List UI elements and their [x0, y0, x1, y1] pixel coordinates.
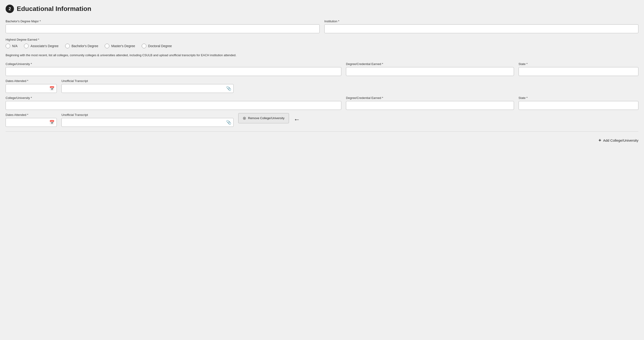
radio-option-na[interactable]: N/A: [6, 44, 18, 48]
radio-associates[interactable]: [24, 44, 28, 48]
transcript-input-wrapper-2: 📎: [62, 118, 234, 127]
add-college-label: Add College/University: [603, 138, 638, 142]
radio-masters-label: Master's Degree: [111, 44, 135, 48]
dates-input-wrapper-1: 📅: [6, 84, 57, 93]
radio-option-masters[interactable]: Master's Degree: [105, 44, 135, 48]
college-row-1: College/University * Degree/Credential E…: [6, 62, 638, 76]
section-title: Educational Information: [17, 5, 91, 12]
radio-bachelors[interactable]: [65, 44, 70, 48]
highest-degree-section: Highest Degree Earned * N/A Associate's …: [6, 38, 638, 48]
remove-button-label: Remove College/University: [248, 116, 284, 120]
remove-col-2: ⊗ Remove College/University ←: [238, 113, 300, 123]
state-input-2[interactable]: [518, 101, 638, 110]
degree-credential-group-1: Degree/Credential Earned *: [346, 62, 514, 76]
college-university-group-2: College/University *: [6, 96, 341, 110]
bachelors-institution-row: Bachelor's Degree Major * Institution *: [6, 19, 638, 33]
institution-group: Institution *: [324, 19, 638, 33]
info-text: Beginning with the most recent, list all…: [6, 53, 638, 58]
transcript-group-1: Unofficial Transcript 📎: [62, 79, 234, 93]
remove-college-button-2[interactable]: ⊗ Remove College/University: [238, 113, 289, 123]
transcript-input-2[interactable]: [62, 118, 234, 127]
transcript-group-2: Unofficial Transcript 📎: [62, 113, 234, 127]
radio-doctoral-label: Doctoral Degree: [148, 44, 172, 48]
state-group-1: State *: [518, 62, 638, 76]
transcript-input-wrapper-1: 📎: [62, 84, 234, 93]
radio-option-bachelors[interactable]: Bachelor's Degree: [65, 44, 98, 48]
transcript-input-1[interactable]: [62, 84, 234, 93]
dates-attended-group-2: Dates Attended * 📅: [6, 113, 57, 127]
radio-option-associates[interactable]: Associate's Degree: [24, 44, 58, 48]
highest-degree-radio-group: N/A Associate's Degree Bachelor's Degree…: [6, 44, 638, 48]
radio-associates-label: Associate's Degree: [30, 44, 58, 48]
college-university-group-1: College/University *: [6, 62, 341, 76]
bachelors-major-label: Bachelor's Degree Major *: [6, 19, 320, 23]
college-university-input-2[interactable]: [6, 101, 341, 110]
college-block-1: College/University * Degree/Credential E…: [6, 62, 638, 93]
remove-circle-icon: ⊗: [243, 116, 246, 121]
degree-credential-input-2[interactable]: [346, 101, 514, 110]
bachelors-major-input[interactable]: [6, 24, 320, 33]
degree-credential-label-2: Degree/Credential Earned *: [346, 96, 514, 100]
dates-transcript-row-1: Dates Attended * 📅 Unofficial Transcript…: [6, 79, 638, 93]
college-university-label-2: College/University *: [6, 96, 341, 100]
arrow-indicator: ←: [294, 116, 300, 123]
state-group-2: State *: [518, 96, 638, 110]
dates-attended-input-1[interactable]: [6, 84, 57, 93]
add-college-button[interactable]: + Add College/University: [599, 138, 638, 143]
section-header: 2 Educational Information: [6, 5, 638, 13]
dates-attended-group-1: Dates Attended * 📅: [6, 79, 57, 93]
dates-attended-label-2: Dates Attended *: [6, 113, 57, 117]
dates-input-wrapper-2: 📅: [6, 118, 57, 127]
dates-transcript-row-2: Dates Attended * 📅 Unofficial Transcript…: [6, 113, 638, 127]
state-label-2: State *: [518, 96, 638, 100]
radio-masters[interactable]: [105, 44, 109, 48]
highest-degree-label: Highest Degree Earned *: [6, 38, 638, 41]
radio-doctoral[interactable]: [142, 44, 146, 48]
college-block-2: College/University * Degree/Credential E…: [6, 96, 638, 127]
bachelors-major-group: Bachelor's Degree Major *: [6, 19, 320, 33]
radio-bachelors-label: Bachelor's Degree: [72, 44, 98, 48]
college-university-label-1: College/University *: [6, 62, 341, 66]
degree-credential-label-1: Degree/Credential Earned *: [346, 62, 514, 66]
plus-icon: +: [599, 138, 602, 143]
radio-na[interactable]: [6, 44, 10, 48]
degree-credential-input-1[interactable]: [346, 67, 514, 76]
dates-attended-label-1: Dates Attended *: [6, 79, 57, 83]
college-university-input-1[interactable]: [6, 67, 341, 76]
institution-label: Institution *: [324, 19, 638, 23]
institution-input[interactable]: [324, 24, 638, 33]
radio-option-doctoral[interactable]: Doctoral Degree: [142, 44, 172, 48]
radio-na-label: N/A: [12, 44, 18, 48]
dates-attended-input-2[interactable]: [6, 118, 57, 127]
state-label-1: State *: [518, 62, 638, 66]
degree-credential-group-2: Degree/Credential Earned *: [346, 96, 514, 110]
state-input-1[interactable]: [518, 67, 638, 76]
add-college-row: + Add College/University: [6, 135, 638, 143]
step-badge: 2: [6, 5, 14, 13]
college-row-2: College/University * Degree/Credential E…: [6, 96, 638, 110]
transcript-label-1: Unofficial Transcript: [62, 79, 234, 83]
transcript-label-2: Unofficial Transcript: [62, 113, 234, 117]
